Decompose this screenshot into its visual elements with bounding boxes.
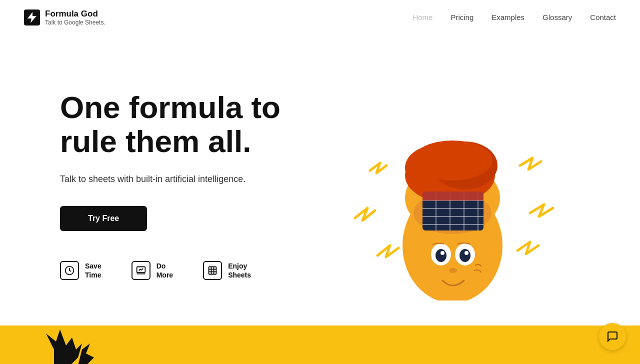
svg-point-34 bbox=[464, 251, 468, 255]
chat-icon bbox=[606, 330, 618, 342]
feature-save-time: Save Time bbox=[60, 261, 102, 280]
feature-time-label: Time bbox=[85, 270, 102, 280]
hero-section: One formula to rule them all. Talk to sh… bbox=[0, 36, 640, 326]
feature-sheets-label: Sheets bbox=[228, 270, 251, 280]
svg-point-13 bbox=[412, 140, 492, 180]
nav-examples[interactable]: Examples bbox=[492, 13, 524, 22]
features-row: Save Time Do More bbox=[60, 261, 320, 280]
logo-icon bbox=[24, 10, 40, 26]
svg-rect-26 bbox=[450, 192, 464, 200]
svg-rect-28 bbox=[478, 192, 484, 200]
logo-title: Formula God bbox=[45, 9, 106, 19]
hero-left: One formula to rule them all. Talk to sh… bbox=[60, 90, 320, 280]
svg-rect-24 bbox=[422, 192, 436, 200]
nav-pricing[interactable]: Pricing bbox=[450, 13, 474, 22]
hero-illustration bbox=[320, 70, 580, 300]
try-free-button[interactable]: Try Free bbox=[60, 206, 147, 231]
feature-do-more: Do More bbox=[132, 261, 173, 280]
feature-do-label: Do bbox=[156, 262, 173, 270]
nav-home[interactable]: Home bbox=[412, 13, 432, 22]
svg-point-32 bbox=[460, 249, 470, 262]
lightning-right bbox=[518, 158, 553, 254]
lightning-left bbox=[355, 163, 398, 257]
logo[interactable]: Formula God Talk to Google Sheets. bbox=[24, 9, 106, 26]
svg-rect-3 bbox=[209, 267, 216, 274]
svg-point-33 bbox=[440, 251, 444, 255]
spreadsheet-icon bbox=[203, 261, 222, 280]
navbar: Formula God Talk to Google Sheets. Home … bbox=[0, 0, 640, 36]
svg-rect-27 bbox=[464, 192, 478, 200]
svg-point-31 bbox=[436, 249, 446, 262]
yellow-banner bbox=[0, 326, 640, 364]
feature-enjoy-sheets: Enjoy Sheets bbox=[203, 261, 251, 280]
nav-glossary[interactable]: Glossary bbox=[542, 13, 572, 22]
nav-contact[interactable]: Contact bbox=[590, 13, 616, 22]
feature-more-label: More bbox=[156, 270, 173, 280]
banner-wolf-icon bbox=[40, 326, 100, 364]
chat-button[interactable] bbox=[599, 323, 626, 350]
nav-links: Home Pricing Examples Glossary Contact bbox=[412, 13, 616, 22]
svg-point-35 bbox=[449, 268, 457, 273]
character-svg bbox=[320, 70, 580, 300]
hero-title: One formula to rule them all. bbox=[60, 90, 320, 158]
feature-save-label: Save bbox=[85, 262, 102, 270]
svg-rect-25 bbox=[436, 192, 450, 200]
logo-subtitle: Talk to Google Sheets. bbox=[45, 19, 106, 26]
feature-enjoy-label: Enjoy bbox=[228, 262, 251, 270]
clock-icon bbox=[60, 261, 79, 280]
hero-subtitle: Talk to sheets with built-in artificial … bbox=[60, 172, 250, 186]
chart-icon bbox=[132, 261, 150, 280]
